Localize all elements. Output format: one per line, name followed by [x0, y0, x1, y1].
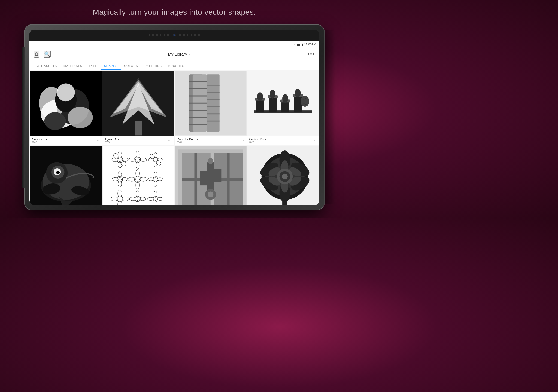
item-more-button[interactable]: ···	[168, 138, 172, 143]
more-dots-icon: •••	[308, 51, 315, 57]
app-bar-center: My Library ⌄	[51, 52, 308, 56]
tab-colors[interactable]: COLORS	[121, 62, 141, 70]
asset-info: Cacti in Pots SVG ···	[247, 136, 319, 145]
svg-point-140	[282, 173, 287, 179]
asset-name: Cacti in Pots	[249, 137, 266, 141]
gear-icon: ⚙	[34, 51, 39, 57]
library-selector[interactable]: My Library ⌄	[168, 52, 190, 56]
list-item[interactable]: Chameleon Closeup SVG ···	[30, 146, 102, 205]
asset-thumbnail	[30, 146, 102, 205]
search-button[interactable]: 🔍	[44, 51, 51, 58]
asset-info: Rope for Border SVG ···	[175, 136, 247, 145]
svg-point-46	[295, 89, 301, 97]
asset-thumbnail	[247, 71, 319, 136]
svg-rect-118	[214, 169, 221, 182]
item-more-button[interactable]: ···	[240, 138, 244, 143]
tablet-device: 12:00PM ⚙ 🔍 My Library ⌄	[25, 25, 324, 210]
app-bar-more[interactable]: •••	[308, 51, 315, 57]
svg-point-7	[44, 112, 66, 130]
svg-point-56	[56, 171, 60, 174]
asset-type: SVG	[105, 141, 119, 143]
wifi-icon	[293, 43, 296, 46]
svg-point-6	[68, 107, 93, 128]
item-more-button[interactable]: ···	[96, 138, 100, 143]
asset-info: Succulents SVG ···	[30, 136, 102, 145]
tablet-screen: 12:00PM ⚙ 🔍 My Library ⌄	[29, 30, 319, 205]
svg-point-122	[208, 191, 213, 197]
status-icons: 12:00PM	[293, 43, 316, 46]
asset-thumbnail	[247, 146, 319, 205]
list-item[interactable]: Succulents SVG ···	[30, 71, 102, 145]
item-more-button[interactable]: ···	[313, 138, 317, 143]
tab-type[interactable]: TYPE	[86, 62, 101, 70]
list-item[interactable]: Cacti in Pots SVG ···	[247, 71, 319, 145]
chevron-down-icon: ⌄	[188, 53, 190, 56]
battery-icon	[301, 43, 303, 46]
asset-grid: Succulents SVG ···	[29, 70, 319, 205]
asset-thumbnail	[175, 146, 247, 205]
library-name: My Library	[168, 52, 187, 56]
svg-point-47	[301, 96, 309, 107]
app-bar: ⚙ 🔍 My Library ⌄ •••	[29, 48, 319, 60]
tabs-bar: ALL ASSETSMATERIALSTYPESHAPESCOLORSPATTE…	[29, 60, 319, 70]
tab-all-assets[interactable]: ALL ASSETS	[34, 62, 60, 70]
tablet-shadow	[324, 30, 335, 204]
app-tagline: Magically turn your images into vector s…	[93, 8, 256, 17]
svg-point-40	[270, 90, 275, 99]
asset-name: Succulents	[32, 137, 47, 141]
speaker-grille	[148, 34, 170, 36]
asset-thumbnail	[175, 71, 247, 136]
asset-type: SVG	[177, 141, 198, 143]
svg-rect-117	[200, 171, 207, 185]
list-item[interactable]: Cactus Window SVG ···	[175, 146, 247, 205]
tablet-left-edge	[22, 47, 25, 188]
status-bar: 12:00PM	[29, 41, 319, 48]
content-area: Succulents SVG ···	[29, 70, 319, 205]
tab-patterns[interactable]: PATTERNS	[141, 62, 165, 70]
settings-button[interactable]: ⚙	[34, 51, 39, 58]
svg-point-43	[282, 94, 288, 103]
signal-icon	[297, 43, 300, 46]
list-item[interactable]: Aeonium SVG ···	[247, 146, 319, 205]
tab-materials[interactable]: MATERIALS	[60, 62, 86, 70]
asset-thumbnail	[30, 71, 102, 136]
list-item[interactable]: Rope for Border SVG ···	[175, 71, 247, 145]
asset-type: SVG	[32, 141, 47, 143]
front-camera	[173, 34, 176, 36]
tablet-hardware-bar	[29, 30, 319, 41]
speaker-grille-right	[179, 34, 201, 36]
tab-brushes[interactable]: BRUSHES	[165, 62, 188, 70]
list-item[interactable]: Agave Box SVG ···	[102, 71, 174, 145]
app-bar-left: ⚙ 🔍	[34, 51, 51, 58]
svg-rect-141	[282, 198, 287, 205]
svg-rect-15	[135, 121, 142, 136]
search-icon: 🔍	[44, 51, 50, 57]
svg-rect-26	[207, 74, 220, 132]
svg-point-37	[257, 92, 263, 101]
list-item[interactable]: Sketches SVG ···	[102, 146, 174, 205]
tablet-frame: 12:00PM ⚙ 🔍 My Library ⌄	[25, 25, 324, 210]
time-display: 12:00PM	[304, 43, 316, 46]
asset-type: SVG	[249, 141, 266, 143]
asset-info: Agave Box SVG ···	[102, 136, 174, 145]
asset-name: Agave Box	[105, 137, 119, 141]
asset-name: Rope for Border	[177, 137, 198, 141]
svg-rect-116	[207, 164, 214, 192]
tab-shapes[interactable]: SHAPES	[101, 62, 121, 70]
asset-thumbnail	[102, 71, 174, 136]
svg-point-120	[208, 158, 213, 164]
asset-thumbnail	[102, 146, 174, 205]
svg-point-5	[57, 83, 75, 101]
